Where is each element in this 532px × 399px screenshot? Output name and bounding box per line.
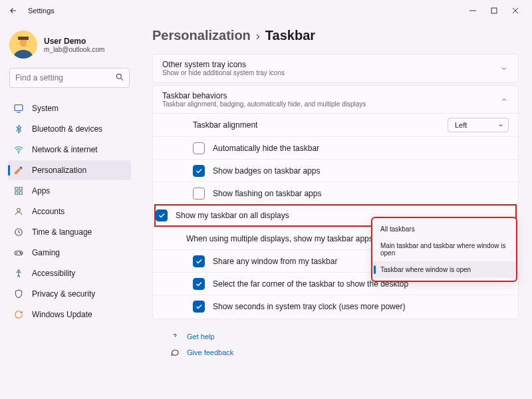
- row-show-seconds[interactable]: Show seconds in system tray clock (uses …: [153, 295, 518, 317]
- svg-rect-5: [15, 105, 23, 111]
- nav-label: Apps: [32, 186, 50, 196]
- profile-email: m_lab@outlook.com: [44, 46, 104, 53]
- apps-icon: [13, 186, 24, 196]
- multi-display-dropdown[interactable]: All taskbars Main taskbar and taskbar wh…: [371, 217, 517, 282]
- svg-point-16: [18, 270, 19, 271]
- profile-name: User Demo: [44, 37, 104, 46]
- dropdown-option-main[interactable]: Main taskbar and taskbar where window is…: [372, 237, 516, 261]
- checkbox-show-seconds[interactable]: [193, 301, 205, 313]
- card-title: Other system tray icons: [162, 60, 499, 69]
- card-behaviors-header[interactable]: Taskbar behaviors Taskbar alignment, bad…: [153, 86, 518, 113]
- dropdown-option-where-open[interactable]: Taskbar where window is open: [372, 261, 516, 278]
- svg-point-4: [116, 74, 121, 78]
- personalization-icon: [13, 165, 24, 176]
- minimize-button[interactable]: [468, 6, 477, 15]
- maximize-button[interactable]: [489, 6, 499, 15]
- nav-update[interactable]: Windows Update: [8, 305, 131, 325]
- nav-system[interactable]: System: [8, 98, 131, 118]
- svg-rect-3: [18, 37, 29, 40]
- feedback-label: Give feedback: [187, 348, 233, 356]
- row-taskbar-alignment: Taskbar alignment Left: [153, 113, 518, 136]
- search-icon: [115, 72, 124, 84]
- system-icon: [13, 103, 24, 114]
- sidebar: User Demo m_lab@outlook.com System Bluet…: [0, 21, 136, 399]
- row-show-badges[interactable]: Show badges on taskbar apps: [153, 159, 518, 182]
- nav-label: Personalization: [32, 166, 86, 175]
- nav-accessibility[interactable]: Accessibility: [8, 263, 131, 283]
- row-auto-hide[interactable]: Automatically hide the taskbar: [153, 136, 518, 159]
- search-box[interactable]: [9, 68, 130, 88]
- card-other-tray-header[interactable]: Other system tray icons Show or hide add…: [153, 55, 518, 82]
- main-content: Personalization › Taskbar Other system t…: [136, 21, 532, 399]
- nav-network[interactable]: Network & internet: [8, 140, 131, 160]
- titlebar: Settings: [0, 0, 532, 21]
- row-label: Show seconds in system tray clock (uses …: [213, 302, 509, 311]
- svg-point-11: [17, 208, 21, 211]
- nav-apps[interactable]: Apps: [8, 181, 131, 201]
- card-other-tray: Other system tray icons Show or hide add…: [152, 54, 519, 82]
- nav: System Bluetooth & devices Network & int…: [8, 98, 131, 325]
- update-icon: [13, 309, 24, 320]
- checkbox-far-corner[interactable]: [193, 278, 205, 290]
- svg-point-6: [18, 152, 19, 153]
- card-subtitle: Show or hide additional system tray icon…: [162, 69, 499, 76]
- accessibility-icon: [13, 268, 24, 279]
- nav-label: Accessibility: [32, 269, 75, 278]
- nav-label: Gaming: [32, 248, 60, 257]
- privacy-icon: [13, 289, 24, 299]
- profile[interactable]: User Demo m_lab@outlook.com: [8, 28, 131, 68]
- get-help-link[interactable]: Get help: [170, 329, 519, 344]
- nav-accounts[interactable]: Accounts: [8, 201, 131, 221]
- dropdown-option-all[interactable]: All taskbars: [372, 221, 516, 237]
- checkbox-show-flashing[interactable]: [193, 188, 205, 200]
- alignment-label: Taskbar alignment: [193, 120, 448, 130]
- time-icon: [13, 227, 24, 237]
- card-title: Taskbar behaviors: [162, 91, 499, 100]
- breadcrumb-parent[interactable]: Personalization: [152, 28, 251, 43]
- nav-personalization[interactable]: Personalization: [8, 160, 131, 180]
- row-label: Show flashing on taskbar apps: [213, 189, 509, 198]
- avatar: [9, 31, 37, 59]
- search-input[interactable]: [15, 73, 115, 82]
- checkbox-show-badges[interactable]: [193, 165, 205, 177]
- gaming-icon: [13, 247, 24, 258]
- svg-point-15: [21, 253, 21, 254]
- back-button[interactable]: [5, 3, 21, 19]
- nav-label: Accounts: [32, 207, 65, 216]
- row-label: Show badges on taskbar apps: [213, 166, 509, 176]
- nav-privacy[interactable]: Privacy & security: [8, 284, 131, 304]
- close-button[interactable]: [511, 6, 520, 15]
- nav-label: Windows Update: [32, 310, 92, 319]
- accounts-icon: [13, 206, 24, 217]
- svg-rect-7: [15, 188, 18, 190]
- nav-bluetooth[interactable]: Bluetooth & devices: [8, 119, 131, 139]
- chevron-right-icon: ›: [256, 29, 260, 43]
- help-icon: [170, 331, 180, 342]
- svg-rect-1: [491, 8, 497, 13]
- nav-label: Time & language: [32, 227, 92, 237]
- chevron-up-icon: [499, 95, 509, 104]
- row-label: Automatically hide the taskbar: [213, 144, 509, 153]
- chevron-down-icon: [499, 64, 509, 73]
- svg-rect-8: [19, 188, 22, 190]
- nav-label: Bluetooth & devices: [32, 124, 102, 134]
- bluetooth-icon: [13, 124, 24, 134]
- alignment-select[interactable]: Left: [448, 118, 509, 132]
- app-title: Settings: [28, 7, 55, 15]
- checkbox-all-displays[interactable]: [156, 209, 168, 221]
- checkbox-share-window[interactable]: [193, 255, 205, 267]
- network-icon: [13, 144, 24, 155]
- give-feedback-link[interactable]: Give feedback: [170, 344, 519, 360]
- card-taskbar-behaviors: Taskbar behaviors Taskbar alignment, bad…: [152, 85, 519, 319]
- svg-rect-10: [19, 192, 22, 194]
- help-label: Get help: [187, 332, 215, 340]
- nav-time[interactable]: Time & language: [8, 222, 131, 242]
- nav-label: System: [32, 104, 59, 113]
- alignment-value: Left: [455, 121, 467, 129]
- checkbox-auto-hide[interactable]: [193, 142, 205, 154]
- row-show-flashing[interactable]: Show flashing on taskbar apps: [153, 182, 518, 204]
- nav-label: Network & internet: [32, 145, 98, 154]
- nav-gaming[interactable]: Gaming: [8, 243, 131, 263]
- svg-rect-9: [15, 192, 18, 194]
- card-subtitle: Taskbar alignment, badging, automaticall…: [162, 100, 499, 108]
